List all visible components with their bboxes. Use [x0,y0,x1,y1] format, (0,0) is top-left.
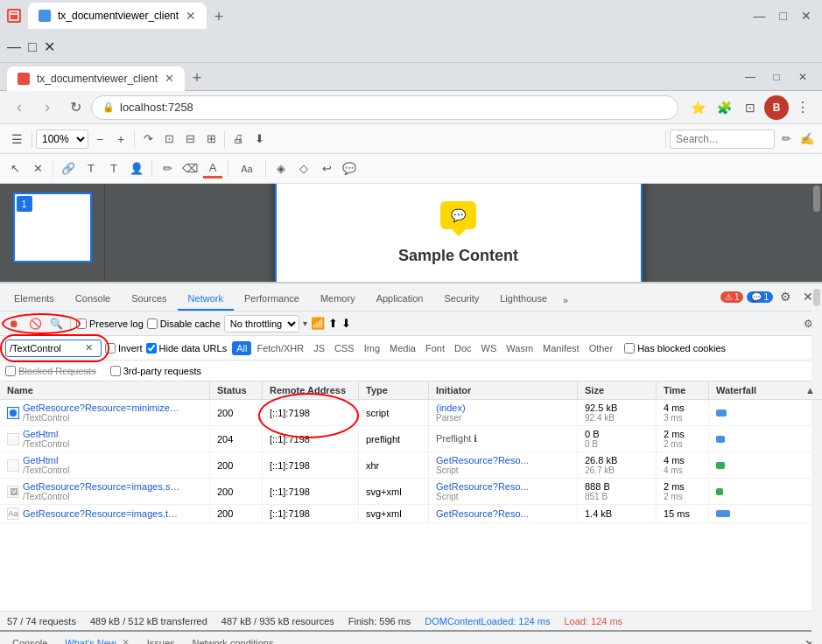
filter-input[interactable] [10,343,80,354]
close-button[interactable]: ✕ [797,9,815,23]
filter-type-wasm[interactable]: Wasm [502,341,537,355]
link-tool[interactable]: 🔗 [59,159,78,178]
split-view-button[interactable]: ⊡ [738,95,762,120]
throttle-select[interactable]: No throttling Fast 3G Slow 3G Offline [224,315,299,332]
drawer-tab-close-icon[interactable]: ✕ [122,637,130,644]
filter-type-font[interactable]: Font [421,341,449,355]
tab-close-icon[interactable]: ✕ [165,72,174,85]
print-button[interactable]: 🖨 [228,130,248,149]
filter-clear-button[interactable]: ✕ [83,342,95,354]
download-icon[interactable]: ⬇ [341,317,351,330]
filter-type-xhr[interactable]: Fetch/XHR [252,341,308,355]
field-tool[interactable]: T [104,159,123,178]
close-icon[interactable]: ✕ [44,38,55,55]
pdf-search-input[interactable] [670,130,775,149]
draw-tool[interactable]: ✏ [158,159,177,178]
text-tool[interactable]: T [81,159,101,178]
devtools-tab-more[interactable]: » [558,290,573,311]
filter-type-img[interactable]: Img [360,341,384,355]
devtools-tab-performance[interactable]: Performance [234,288,310,311]
rotate-button[interactable]: ↷ [138,130,158,149]
forward-button[interactable]: › [35,95,60,120]
address-bar[interactable]: 🔒 localhost:7258 [91,95,678,120]
devtools-tab-network[interactable]: Network [178,288,234,311]
highlight-button[interactable]: ✍ [797,130,817,149]
refresh-button[interactable]: ↻ [63,95,88,120]
shape-fill-tool[interactable]: ◈ [271,159,291,178]
hide-data-urls-checkbox[interactable] [146,343,157,354]
shape-stroke-tool[interactable]: ◇ [294,159,313,178]
filter-type-all[interactable]: All [232,341,251,355]
filter-type-css[interactable]: CSS [330,341,359,355]
drawer-tab-issues[interactable]: Issues [138,634,184,645]
preserve-log-label[interactable]: Preserve log [76,318,144,329]
eraser-tool[interactable]: ⌫ [180,159,200,178]
minimize-button[interactable]: — [738,65,762,89]
network-table[interactable]: Name Status Remote Address Type Initiato… [0,382,822,611]
upload-icon[interactable]: ⬆ [328,317,338,330]
filter-type-media[interactable]: Media [385,341,420,355]
record-button[interactable]: ⏺ [5,315,23,332]
active-tab[interactable]: tx_documentviewer_client ✕ [7,66,185,91]
new-tab-button[interactable]: + [185,66,209,91]
drawer-tab-console[interactable]: Console [4,634,56,645]
devtools-tab-sources[interactable]: Sources [121,288,177,311]
blocked-requests-checkbox[interactable] [5,366,16,376]
maximize-button[interactable]: □ [764,65,789,89]
pdf-scrollbar[interactable] [811,184,822,282]
page-thumbnail[interactable]: 1 [13,192,92,262]
extension-button[interactable]: 🧩 [712,95,736,120]
blocked-requests-label[interactable]: Blocked Requests [5,366,96,376]
grid-button[interactable]: ⊞ [201,130,221,149]
filter-toggle-button[interactable]: 🔍 [47,315,65,332]
wifi-icon[interactable]: 📶 [311,317,325,330]
clear-button[interactable]: 🚫 [26,315,44,332]
disable-cache-label[interactable]: Disable cache [147,318,221,329]
bookmark-button[interactable]: ⭐ [685,95,710,120]
minimize-icon[interactable]: — [7,39,21,55]
select-tool[interactable]: ↖ [5,159,25,178]
table-row[interactable]: GetHtml /TextControl 200 [::1]:7198 xhr … [0,452,822,479]
devtools-settings-button[interactable]: ⚙ [775,286,796,307]
menu-button[interactable]: ⋮ [790,95,815,120]
browser-tab[interactable]: tx_documentviewer_client ✕ [28,3,207,29]
devtools-tab-lighthouse[interactable]: Lighthouse [489,288,558,311]
drawer-tab-whats-new[interactable]: What's New ✕ [56,634,137,644]
table-row[interactable]: GetHtml /TextControl 204 [::1]:7198 pref… [0,426,822,452]
invert-label[interactable]: Invert [105,343,143,354]
zoom-select[interactable]: 100%75%150% [36,130,88,149]
blocked-cookies-checkbox[interactable] [624,343,635,354]
filter-type-js[interactable]: JS [309,341,329,355]
download-button[interactable]: ⬇ [249,130,269,149]
maximize-icon[interactable]: □ [28,39,37,55]
maximize-button[interactable]: □ [776,9,790,23]
cancel-tool[interactable]: ✕ [28,159,47,178]
third-party-label[interactable]: 3rd-party requests [110,366,201,376]
zoom-in-button[interactable]: + [111,130,130,149]
filter-type-ws[interactable]: WS [477,341,502,355]
devtools-tab-memory[interactable]: Memory [310,288,366,311]
zoom-out-button[interactable]: − [90,130,109,149]
undo-tool[interactable]: ↩ [317,159,336,178]
sidebar-toggle-button[interactable]: ☰ [5,128,28,150]
devtools-tab-application[interactable]: Application [366,288,434,311]
hide-data-urls-label[interactable]: Hide data URLs [146,343,228,354]
fit-button[interactable]: ⊡ [159,130,179,149]
filter-type-doc[interactable]: Doc [450,341,476,355]
devtools-tab-console[interactable]: Console [65,288,121,311]
comment-tool[interactable]: 💬 [340,159,359,178]
disable-cache-checkbox[interactable] [147,318,158,329]
pen-button[interactable]: ✏ [776,130,796,149]
split-button[interactable]: ⊟ [180,130,200,149]
profile-button[interactable]: B [764,95,789,120]
user-tool[interactable]: 👤 [127,159,146,178]
devtools-tab-elements[interactable]: Elements [4,288,65,311]
new-tab-button[interactable]: + [207,4,231,29]
window-close-button[interactable]: ✕ [790,65,815,89]
minimize-button[interactable]: — [750,9,769,23]
third-party-checkbox[interactable] [110,366,121,376]
table-row[interactable]: GetResource?Resource=minimize.... /TextC… [0,400,822,426]
font-tool[interactable]: Aa [234,159,260,178]
table-row[interactable]: 🖼 GetResource?Resource=images.st... /Tex… [0,479,822,505]
table-row[interactable]: Aa GetResource?Resource=images.te... 200… [0,505,822,523]
